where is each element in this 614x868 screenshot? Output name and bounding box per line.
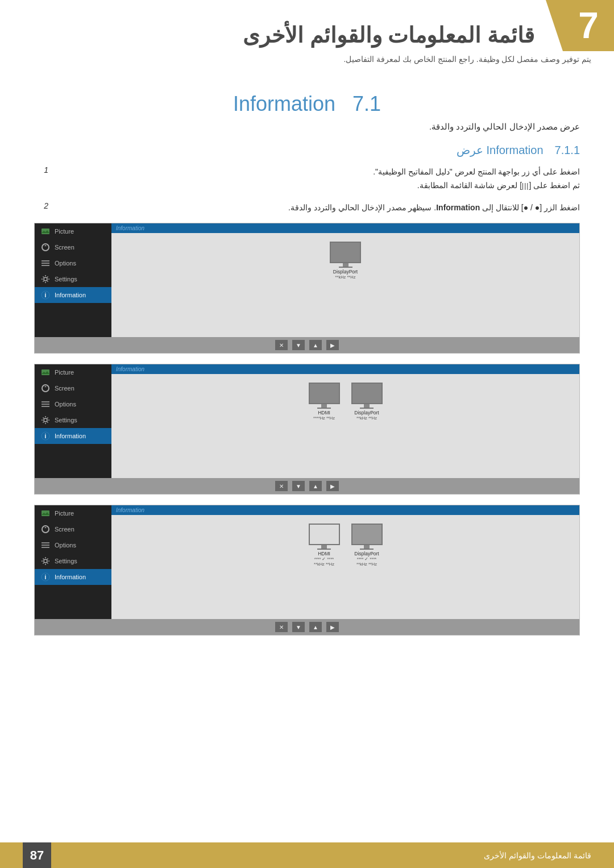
- options-icon-1: [40, 259, 51, 267]
- mon-foot-3a: [317, 549, 331, 550]
- menu-label-settings-1: Settings: [55, 276, 77, 283]
- monitor-hdmi-3: HDMI **** ✓ **** **kHz **Hz: [309, 524, 340, 567]
- nav-btn-down-3[interactable]: ▼: [292, 622, 305, 632]
- diagram-2-info-bar: Information: [111, 364, 579, 374]
- nav-btn-up-1-symbol: ▲: [313, 342, 318, 348]
- mon-label-3a: HDMI: [318, 551, 330, 556]
- menu-label-picture-3: Picture: [55, 510, 74, 517]
- nav-btn-down-1-symbol: ▼: [296, 342, 301, 348]
- mon-sublabel-3a1: **** ✓ ****: [314, 556, 334, 562]
- diagram-2-content: Information HDMI ****Hz **Hz: [111, 364, 579, 478]
- menu-item-screen-2[interactable]: Screen: [35, 380, 111, 396]
- menu-item-settings-3[interactable]: Settings: [35, 553, 111, 569]
- nav-btn-up-2[interactable]: ▲: [309, 481, 322, 491]
- nav-btn-up-1[interactable]: ▲: [309, 340, 322, 350]
- diagram-3-content: Information HDMI **** ✓ **** **kHz **Hz: [111, 505, 579, 619]
- nav-btn-down-1[interactable]: ▼: [292, 340, 305, 350]
- mon-sublabel-3a2: **kHz **Hz: [314, 562, 334, 567]
- diagrams-section: Picture Screen Options: [0, 223, 614, 636]
- svg-text:i: i: [45, 433, 47, 439]
- section-heading-container: Information 7.1: [0, 92, 614, 116]
- screen-icon-3: [40, 525, 51, 533]
- section-heading: Information 7.1: [233, 92, 381, 115]
- picture-icon-1: [40, 227, 51, 235]
- mon-sublabel-3b1: **** ✓ ****: [357, 556, 377, 562]
- nav-btn-up-2-symbol: ▲: [313, 483, 318, 489]
- diagram-1-info-bar: Information: [111, 223, 579, 233]
- nav-btn-x-3[interactable]: ✕: [275, 622, 288, 632]
- nav-btn-down-2[interactable]: ▼: [292, 481, 305, 491]
- menu-item-options-3[interactable]: Options: [35, 537, 111, 553]
- menu-label-options-1: Options: [55, 260, 76, 267]
- step-1-text: اضغط على أي زر بواجهة المنتج لعرض "دليل …: [55, 165, 580, 193]
- diagram-1-monitors: DisplayPort **kHz **Hz: [111, 233, 579, 288]
- svg-rect-13: [42, 404, 49, 405]
- spacer: [0, 646, 614, 759]
- info-icon-3: i: [40, 573, 51, 581]
- mon-sublabel-2a: ****Hz **Hz: [313, 416, 335, 421]
- step-2: اضغط الزر [● / ●] للانتقال إلى Informati…: [34, 201, 580, 215]
- chapter-number: 7: [563, 0, 614, 51]
- svg-rect-0: [42, 229, 49, 234]
- mon-label-2a: HDMI: [318, 410, 330, 416]
- mon-foot-3b: [360, 549, 374, 550]
- mon-screen-inner-3a: [310, 525, 339, 544]
- diagram-3-nav: ✕ ▼ ▲ ▶: [35, 619, 579, 635]
- menu-item-settings-2[interactable]: Settings: [35, 412, 111, 428]
- menu-item-settings-1[interactable]: Settings: [35, 271, 111, 287]
- step-2-number: 2: [34, 201, 48, 210]
- nav-btn-right-3-symbol: ▶: [330, 624, 335, 630]
- diagram-2: Picture Screen Options: [34, 364, 580, 495]
- svg-point-11: [42, 385, 49, 392]
- menu-item-information-3[interactable]: i Information: [35, 569, 111, 585]
- menu-item-options-1[interactable]: Options: [35, 255, 111, 271]
- menu-item-picture-1[interactable]: Picture: [35, 223, 111, 239]
- picture-icon-2: [40, 368, 51, 376]
- menu-label-options-3: Options: [55, 542, 76, 549]
- menu-label-picture-2: Picture: [55, 369, 74, 376]
- nav-btn-up-3[interactable]: ▲: [309, 622, 322, 632]
- nav-btn-right-3[interactable]: ▶: [326, 622, 339, 632]
- menu-label-screen-1: Screen: [55, 244, 74, 251]
- options-icon-3: [40, 541, 51, 549]
- nav-btn-right-1[interactable]: ▶: [326, 340, 339, 350]
- menu-label-settings-3: Settings: [55, 558, 77, 564]
- diagram-1: Picture Screen Options: [34, 223, 580, 354]
- menu-item-information-1[interactable]: i Information: [35, 287, 111, 303]
- menu-label-information-2: Information: [55, 433, 86, 439]
- diagram-3-monitors: HDMI **** ✓ **** **kHz **Hz DisplayPort …: [111, 515, 579, 575]
- menu-item-options-2[interactable]: Options: [35, 396, 111, 412]
- menu-label-options-2: Options: [55, 401, 76, 408]
- menu-item-screen-3[interactable]: Screen: [35, 521, 111, 537]
- monitor-displayport-1: DisplayPort **kHz **Hz: [330, 242, 361, 280]
- diagram-2-row: Picture Screen Options: [35, 364, 579, 478]
- mon-screen-1: [330, 242, 361, 263]
- menu-item-picture-3[interactable]: Picture: [35, 505, 111, 521]
- page-footer: 87 قائمة المعلومات والقوائم الأخرى: [0, 842, 614, 868]
- monitor-hdmi-2: HDMI ****Hz **Hz: [309, 383, 340, 421]
- menu-item-screen-1[interactable]: Screen: [35, 239, 111, 255]
- info-icon-2: i: [40, 432, 51, 440]
- settings-icon-1: [40, 275, 51, 283]
- nav-btn-x-2[interactable]: ✕: [275, 481, 288, 491]
- subsection-heading: عرض Information 7.1.1: [0, 143, 614, 157]
- menu-item-information-2[interactable]: i Information: [35, 428, 111, 444]
- menu-label-information-3: Information: [55, 574, 86, 580]
- mon-screen-inner-2a: [310, 384, 339, 403]
- svg-rect-4: [42, 263, 49, 264]
- svg-point-6: [44, 277, 47, 281]
- svg-text:i: i: [45, 574, 47, 580]
- svg-rect-18: [42, 510, 49, 516]
- svg-point-15: [44, 418, 47, 422]
- nav-btn-down-2-symbol: ▼: [296, 483, 301, 489]
- diagram-1-row: Picture Screen Options: [35, 223, 579, 337]
- screen-icon-2: [40, 384, 51, 392]
- nav-btn-right-2[interactable]: ▶: [326, 481, 339, 491]
- nav-btn-x-1[interactable]: ✕: [275, 340, 288, 350]
- diagram-2-sidebar: Picture Screen Options: [35, 364, 111, 478]
- nav-btn-right-2-symbol: ▶: [330, 483, 335, 489]
- menu-item-picture-2[interactable]: Picture: [35, 364, 111, 380]
- info-icon-1: i: [40, 291, 51, 299]
- footer-text: قائمة المعلومات والقوائم الأخرى: [484, 851, 591, 860]
- menu-label-screen-2: Screen: [55, 385, 74, 392]
